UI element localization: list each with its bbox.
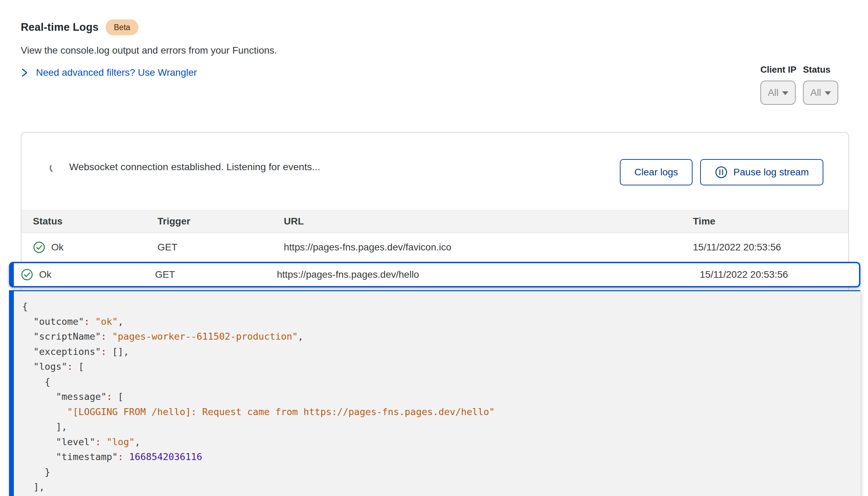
row-time: 15/11/2022 20:53:56 — [693, 242, 848, 253]
column-header-status: Status — [33, 216, 157, 227]
status-filter-value: All — [810, 87, 821, 98]
wrangler-link-label: Need advanced filters? Use Wrangler — [36, 67, 197, 78]
client-ip-filter-dropdown[interactable]: All — [760, 81, 796, 105]
client-ip-filter-label: Client IP — [760, 64, 796, 75]
log-detail-panel: { "outcome": "ok", "scriptName": "pages-… — [9, 290, 860, 496]
check-circle-icon — [33, 241, 45, 254]
client-ip-filter-value: All — [768, 87, 778, 98]
clear-logs-button[interactable]: Clear logs — [620, 159, 693, 185]
row-trigger: GET — [155, 269, 277, 280]
row-url: https://pages-fns.pages.dev/favicon.ico — [284, 242, 693, 253]
expanded-log-row[interactable]: Ok GET https://pages-fns.pages.dev/hello… — [9, 262, 860, 287]
column-header-trigger: Trigger — [157, 216, 284, 227]
pause-icon — [715, 166, 728, 179]
status-filter-label: Status — [803, 64, 838, 75]
row-status: Ok — [39, 269, 52, 280]
chevron-right-icon — [21, 67, 28, 78]
pause-log-stream-label: Pause log stream — [733, 167, 809, 178]
row-status: Ok — [51, 242, 64, 253]
websocket-status-text: Websocket connection established. Listen… — [69, 161, 320, 173]
beta-badge: Beta — [106, 19, 138, 35]
check-circle-icon — [21, 268, 33, 281]
column-header-time: Time — [693, 216, 848, 227]
websocket-status: Websocket connection established. Listen… — [49, 161, 320, 173]
row-trigger: GET — [157, 242, 284, 253]
status-filter-dropdown[interactable]: All — [803, 81, 838, 105]
spinner-icon — [49, 162, 60, 173]
clear-logs-label: Clear logs — [634, 167, 678, 178]
page-title: Real-time Logs — [21, 21, 99, 34]
chevron-down-icon — [782, 91, 788, 95]
filters: Client IP All Status All — [760, 64, 838, 105]
row-time: 15/11/2022 20:53:56 — [700, 269, 859, 280]
chevron-down-icon — [825, 91, 831, 95]
page-description: View the console.log output and errors f… — [21, 45, 277, 56]
wrangler-filters-link[interactable]: Need advanced filters? Use Wrangler — [21, 67, 277, 78]
column-header-url: URL — [284, 216, 693, 227]
expanded-log-entry: Ok GET https://pages-fns.pages.dev/hello… — [9, 262, 860, 496]
pause-log-stream-button[interactable]: Pause log stream — [700, 159, 823, 185]
log-table-row[interactable]: Ok GET https://pages-fns.pages.dev/favic… — [21, 233, 848, 262]
log-json-output: { "outcome": "ok", "scriptName": "pages-… — [14, 291, 860, 495]
row-url: https://pages-fns.pages.dev/hello — [277, 269, 700, 280]
log-table-header: Status Trigger URL Time — [21, 210, 848, 233]
log-panel-toolbar: Websocket connection established. Listen… — [21, 133, 848, 210]
page-header: Real-time Logs Beta View the console.log… — [21, 19, 277, 78]
